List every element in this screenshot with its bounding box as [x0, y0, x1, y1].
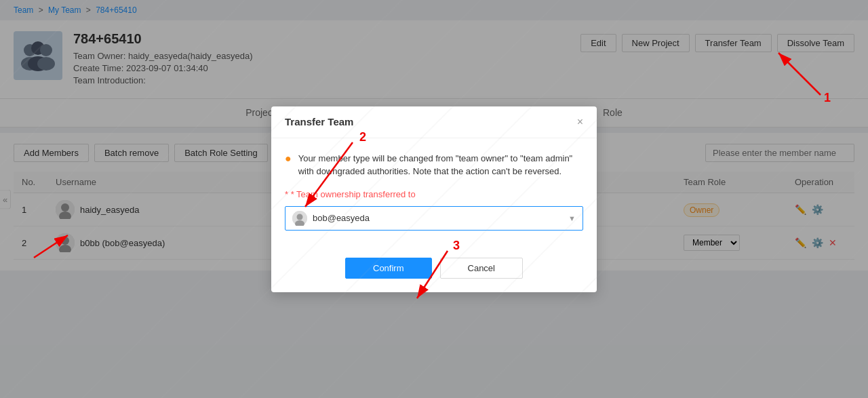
selected-user-name: bob@easyeda: [313, 213, 562, 223]
svg-point-14: [297, 214, 303, 220]
modal-overlay: Transfer Team × ● Your member type will …: [0, 0, 868, 398]
modal-close-button[interactable]: ×: [577, 116, 583, 128]
confirm-button[interactable]: Confirm: [345, 258, 432, 279]
warning-box: ● Your member type will be changed from …: [285, 152, 583, 178]
modal-body: ● Your member type will be changed from …: [271, 138, 597, 258]
warning-icon: ●: [285, 153, 292, 178]
dropdown-arrow-icon: ▼: [568, 214, 576, 222]
cancel-button[interactable]: Cancel: [440, 258, 523, 279]
selected-user-avatar: [292, 211, 307, 226]
warning-text: Your member type will be changed from "t…: [298, 152, 583, 178]
modal-header: Transfer Team ×: [271, 106, 597, 138]
modal-footer: Confirm Cancel: [271, 258, 597, 292]
modal-title: Transfer Team: [285, 116, 353, 127]
page-container: Team > My Team > 784+65410: [0, 0, 868, 398]
transfer-team-modal: Transfer Team × ● Your member type will …: [271, 106, 597, 292]
transfer-user-select[interactable]: bob@easyeda ▼: [285, 206, 583, 231]
transfer-label: * * Team ownership transferred to: [285, 189, 583, 199]
